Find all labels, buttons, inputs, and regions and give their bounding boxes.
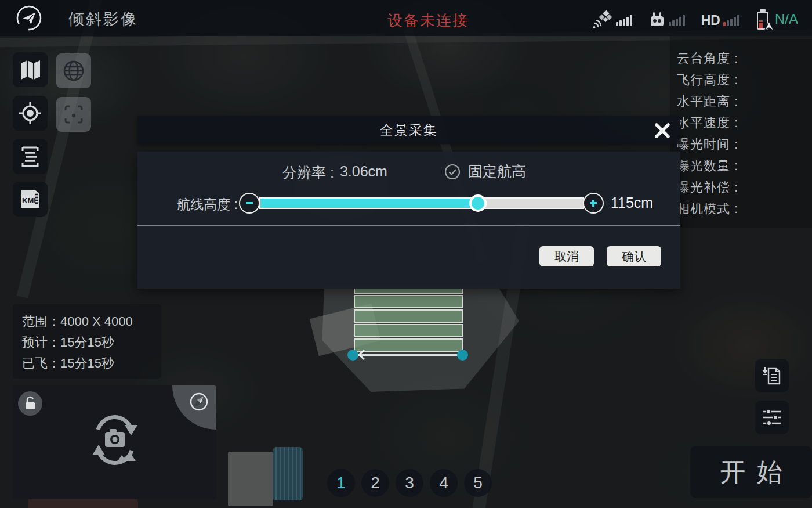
fixed-altitude-label: 固定航高 [468, 162, 526, 181]
lock-button[interactable] [18, 391, 42, 416]
signal-bar [672, 20, 675, 26]
app-logo-button[interactable] [0, 0, 58, 36]
survey-handle-dot[interactable] [457, 350, 468, 361]
flight-info-panel: 范围：4000 X 4000 预计：15分15秒 已飞：15分15秒 [13, 304, 161, 379]
resolution-label: 分辨率 : [282, 163, 334, 182]
flight-info-estimate: 预计：15分15秒 [22, 332, 161, 353]
flight-lane [354, 309, 463, 323]
settings-tune-button[interactable] [755, 401, 789, 434]
mission-file-button[interactable] [755, 359, 789, 392]
map-layers-button[interactable] [13, 52, 48, 87]
altitude-slider-thumb[interactable] [469, 194, 487, 212]
resolution-readout: 分辨率 : 3.06cm [282, 163, 387, 182]
flight-info-range: 范围：4000 X 4000 [22, 311, 161, 332]
page-button-4[interactable]: 4 [430, 469, 458, 497]
connection-status: 设备未连接 [387, 10, 469, 31]
close-icon [652, 121, 672, 140]
altitude-slider-fill [260, 199, 478, 208]
page-button-3[interactable]: 3 [396, 469, 423, 497]
rc-indicator[interactable] [648, 6, 685, 30]
battery-value: N/A [775, 11, 798, 30]
plus-icon [588, 197, 599, 209]
compass-button[interactable] [172, 385, 216, 430]
start-mission-button[interactable]: 开始 [690, 446, 812, 498]
flight-lanes [354, 289, 463, 353]
signal-bar [727, 20, 729, 26]
fixed-altitude-toggle[interactable]: 固定航高 [444, 162, 526, 181]
dialog-title: 全景采集 [380, 121, 438, 139]
kml-import-button[interactable]: KML [13, 182, 48, 217]
flight-lane [354, 289, 463, 294]
hd-signal-bars [723, 15, 740, 30]
sweep-line [353, 354, 463, 356]
hd-indicator[interactable]: HD [701, 6, 740, 30]
pagination: 1 2 3 4 5 [327, 469, 492, 497]
telemetry-label: 曝光数量 : [677, 155, 812, 176]
hd-label: HD [701, 13, 720, 30]
signal-bar [623, 19, 625, 26]
telemetry-label: 水平距离 : [677, 91, 812, 112]
survey-area-button[interactable] [13, 139, 48, 174]
telemetry-label: 曝光时间 : [677, 134, 812, 155]
signal-bar [737, 15, 740, 26]
top-bar: 倾斜影像 设备未连接 [0, 0, 812, 36]
minus-icon [244, 197, 255, 209]
altitude-decrease-button[interactable] [239, 193, 260, 214]
signal-bar [723, 22, 726, 26]
globe-icon [61, 58, 86, 84]
page-button-2[interactable]: 2 [361, 469, 389, 497]
camera-swap-icon [79, 410, 150, 470]
battery-low-fill [759, 23, 763, 28]
check-circle-icon [444, 163, 461, 181]
status-indicators: HD N/A [592, 0, 798, 36]
locate-crosshair-icon [17, 100, 43, 126]
flight-info-flown: 已飞：15分15秒 [22, 353, 161, 374]
flight-lane [354, 295, 463, 308]
page-button-1[interactable]: 1 [327, 469, 355, 497]
telemetry-panel: 云台角度 : 飞行高度 : 水平距离 : 水平速度 : 曝光时间 : 曝光数量 … [670, 36, 812, 228]
globe-map-mode-button[interactable] [56, 53, 91, 88]
signal-bar [630, 15, 632, 26]
app-screen: 倾斜影像 设备未连接 [0, 0, 812, 508]
cancel-button[interactable]: 取消 [539, 246, 594, 266]
battery-indicator[interactable]: N/A [756, 6, 798, 30]
altitude-slider[interactable] [259, 197, 584, 209]
tune-sliders-icon [761, 408, 783, 427]
telemetry-label: 飞行高度 : [677, 69, 812, 91]
telemetry-label: 曝光补偿 : [677, 176, 812, 198]
locate-me-button[interactable] [13, 96, 48, 131]
signal-bar [679, 17, 682, 26]
altitude-value: 115cm [611, 194, 653, 211]
dialog-divider [137, 225, 680, 226]
focus-frame-icon [61, 102, 86, 127]
gps-indicator[interactable] [592, 6, 632, 30]
remote-controller-icon [648, 9, 666, 30]
sweep-direction-line [347, 350, 468, 361]
gps-signal-bars [616, 15, 632, 30]
camera-preview-panel[interactable] [12, 385, 216, 499]
survey-handle-dot[interactable] [347, 350, 358, 361]
focus-frame-button[interactable] [56, 97, 91, 132]
kml-card-icon: KML [17, 188, 43, 211]
signal-bar [676, 19, 678, 26]
signal-bar [730, 19, 733, 26]
altitude-label: 航线高度 : [149, 196, 238, 214]
signal-bar [734, 17, 736, 26]
telemetry-label: 云台角度 : [677, 48, 812, 69]
signal-bar [616, 22, 618, 26]
drone-pointer-icon [763, 21, 775, 31]
confirm-button[interactable]: 确认 [607, 246, 661, 266]
telemetry-label: 水平速度 : [677, 112, 812, 134]
paper-plane-icon [14, 3, 44, 33]
telemetry-label: 相机模式 : [677, 198, 812, 219]
close-dialog-button[interactable] [651, 120, 673, 142]
page-button-5[interactable]: 5 [464, 469, 492, 497]
panorama-dialog-body: 分辨率 : 3.06cm 固定航高 航线高度 : [137, 152, 680, 289]
signal-bar [683, 15, 685, 26]
battery-low-fill [759, 20, 763, 22]
signal-bar [619, 20, 622, 26]
battery-icon [756, 9, 771, 31]
map-icon [18, 57, 42, 82]
altitude-increase-button[interactable] [583, 193, 604, 214]
flight-lane [354, 324, 463, 337]
